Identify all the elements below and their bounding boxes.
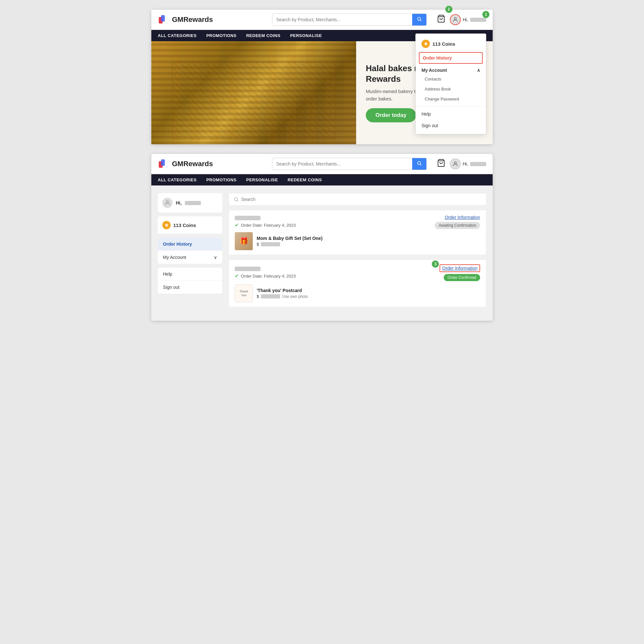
sidebar-help[interactable]: Help bbox=[158, 268, 222, 281]
product-thumb-1: 🎁 bbox=[235, 232, 253, 250]
search-button-bottom[interactable] bbox=[412, 158, 426, 170]
chevron-down-icon: ∨ bbox=[214, 255, 217, 260]
chevron-up-icon: ∧ bbox=[477, 68, 480, 73]
dropdown-change-password-label: Change Password bbox=[425, 97, 459, 101]
nav-personalise-top[interactable]: PERSONALISE bbox=[290, 33, 322, 38]
nav-bar-bottom: ALL CATEGORIES PROMOTIONS PERSONALISE RE… bbox=[151, 174, 493, 185]
sidebar-order-history[interactable]: Order History bbox=[158, 238, 222, 251]
user-name-blurred-bottom bbox=[470, 162, 486, 166]
main-content: Hi, ★ 113 Coins Order History My Account… bbox=[151, 185, 493, 321]
svg-point-13 bbox=[166, 201, 169, 203]
dropdown-help-label: Help bbox=[421, 111, 431, 117]
svg-point-3 bbox=[418, 17, 421, 20]
nav-promotions-bottom[interactable]: PROMOTIONS bbox=[206, 177, 237, 182]
dropdown-change-password[interactable]: Change Password bbox=[416, 94, 486, 104]
baby-gift-thumb-icon: 🎁 bbox=[235, 232, 253, 250]
logo-text-bottom: GMRewards bbox=[172, 160, 213, 168]
dropdown-sign-out[interactable]: Sign out bbox=[416, 120, 486, 131]
sidebar-hi-text: Hi, bbox=[176, 200, 182, 205]
sidebar: Hi, ★ 113 Coins Order History My Account… bbox=[158, 193, 222, 313]
sidebar-user: Hi, bbox=[158, 193, 222, 213]
order-card-1: ✔ Order Date: February 4, 2023 Order Inf… bbox=[229, 210, 486, 255]
svg-point-9 bbox=[418, 162, 421, 165]
nav-redeem-coins-top[interactable]: REDEEM COINS bbox=[246, 33, 280, 38]
use-own-photo-label: Use own photo bbox=[282, 294, 308, 299]
search-button-top[interactable] bbox=[412, 14, 426, 25]
nav-all-categories-bottom[interactable]: ALL CATEGORIES bbox=[158, 177, 197, 182]
sidebar-nav: Order History My Account ∨ bbox=[158, 238, 222, 264]
sidebar-sign-out[interactable]: Sign out bbox=[158, 281, 222, 294]
order-date-label-1: Order Date: February 4, 2023 bbox=[241, 223, 296, 228]
order-info-link-2[interactable]: Order Information bbox=[440, 264, 480, 272]
badge-1: 1 bbox=[482, 11, 489, 18]
hero-cta-button[interactable]: Order today bbox=[366, 108, 416, 122]
order-header-1: ✔ Order Date: February 4, 2023 Order Inf… bbox=[235, 215, 480, 229]
svg-line-10 bbox=[420, 164, 421, 166]
product-info-2: 'Thank you' Postcard $ Use own photo bbox=[257, 288, 480, 299]
date-check-icon-2: ✔ bbox=[235, 273, 239, 279]
sidebar-coins-star-icon: ★ bbox=[162, 221, 171, 229]
product-thumb-2: Thank You bbox=[235, 284, 253, 302]
sidebar-coins-label: 113 Coins bbox=[173, 223, 196, 228]
dropdown-address-book[interactable]: Address Book bbox=[416, 84, 486, 94]
svg-point-14 bbox=[234, 198, 237, 201]
order-id-blurred-2 bbox=[235, 267, 260, 271]
nav-redeem-coins-bottom[interactable]: REDEEM COINS bbox=[288, 177, 322, 182]
dropdown-contacts-label: Contacts bbox=[425, 77, 441, 81]
sidebar-avatar bbox=[162, 198, 173, 208]
order-card-2: ✔ Order Date: February 4, 2023 3 Order I… bbox=[229, 260, 486, 307]
svg-rect-2 bbox=[161, 15, 165, 22]
header-top: GMRewards 1 bbox=[151, 10, 493, 30]
sidebar-my-account[interactable]: My Account ∨ bbox=[158, 251, 222, 264]
dropdown-help[interactable]: Help bbox=[416, 108, 486, 120]
search-bar-bottom[interactable] bbox=[272, 158, 427, 170]
order-product-2: Thank You 'Thank you' Postcard $ Use own… bbox=[235, 284, 480, 302]
svg-point-6 bbox=[454, 17, 457, 20]
user-name-blurred-top bbox=[470, 18, 486, 22]
svg-line-15 bbox=[237, 200, 238, 202]
user-icon-wrap-top[interactable]: 1 Hi, ★ 113 Coins Order Histo bbox=[450, 14, 486, 25]
search-input-top[interactable] bbox=[272, 14, 412, 25]
cart-icon-bottom[interactable] bbox=[437, 159, 445, 169]
hero-cake-visual bbox=[151, 41, 356, 144]
logo-bottom[interactable]: GMRewards bbox=[158, 158, 213, 170]
svg-rect-8 bbox=[161, 159, 165, 166]
logo-top[interactable]: GMRewards bbox=[158, 14, 213, 25]
search-input-bottom[interactable] bbox=[272, 158, 412, 170]
dropdown-contacts[interactable]: Contacts bbox=[416, 74, 486, 84]
dropdown-divider bbox=[416, 106, 486, 106]
dropdown-my-account-section[interactable]: My Account ∧ bbox=[416, 64, 486, 74]
order-product-1: 🎁 Mom & Baby Gift Set (Set One) $ bbox=[235, 232, 480, 250]
search-bar-top[interactable] bbox=[272, 14, 427, 26]
order-list: ✔ Order Date: February 4, 2023 Order Inf… bbox=[229, 193, 486, 313]
order-search-input[interactable] bbox=[241, 197, 481, 202]
sidebar-coins-widget: ★ 113 Coins bbox=[158, 216, 222, 234]
order-info-link-1[interactable]: Order Information bbox=[445, 215, 480, 220]
dropdown-coins-label: 113 Coins bbox=[432, 41, 455, 47]
svg-line-4 bbox=[420, 20, 421, 21]
product-price-1: $ bbox=[257, 242, 480, 247]
nav-personalise-bottom[interactable]: PERSONALISE bbox=[246, 177, 278, 182]
user-avatar-top bbox=[450, 14, 461, 25]
nav-all-categories-top[interactable]: ALL CATEGORIES bbox=[158, 33, 197, 38]
sidebar-sign-out-label: Sign out bbox=[163, 285, 179, 290]
nav-promotions-top[interactable]: PROMOTIONS bbox=[206, 33, 237, 38]
product-name-2: 'Thank you' Postcard bbox=[257, 288, 480, 293]
price-prefix-2: $ bbox=[257, 294, 259, 299]
sidebar-extra: Help Sign out bbox=[158, 268, 222, 294]
screenshot-bottom: GMRewards bbox=[151, 154, 493, 321]
order-date-1: ✔ Order Date: February 4, 2023 bbox=[235, 222, 296, 228]
dropdown-order-history-label: Order History bbox=[423, 55, 452, 61]
header-bottom: GMRewards bbox=[151, 154, 493, 174]
order-search-row[interactable] bbox=[229, 193, 486, 205]
user-avatar-bottom bbox=[450, 158, 461, 169]
user-icon-wrap-bottom[interactable]: Hi, bbox=[450, 158, 486, 169]
dropdown-menu: ★ 113 Coins Order History My Account ∧ C… bbox=[415, 33, 486, 134]
screenshot-top: GMRewards 1 bbox=[151, 10, 493, 144]
order-left-1: ✔ Order Date: February 4, 2023 bbox=[235, 216, 296, 228]
price-blurred-1 bbox=[261, 242, 280, 246]
order-header-2: ✔ Order Date: February 4, 2023 3 Order I… bbox=[235, 264, 480, 281]
date-check-icon-1: ✔ bbox=[235, 222, 239, 228]
cart-icon-top[interactable] bbox=[437, 14, 445, 25]
dropdown-order-history[interactable]: Order History bbox=[419, 52, 483, 64]
